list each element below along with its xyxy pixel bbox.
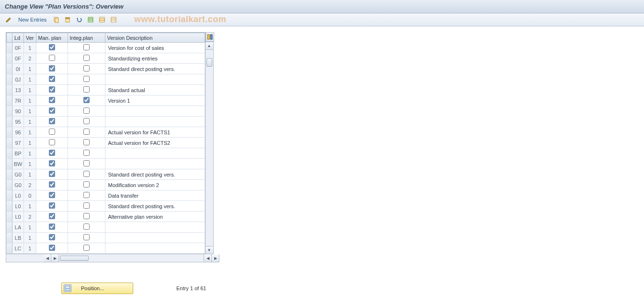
select-all-icon[interactable] xyxy=(86,15,95,24)
cell-integ-plan[interactable] xyxy=(68,148,105,159)
cell-description[interactable]: Alternative plan version xyxy=(105,212,205,222)
cell-ld[interactable]: 7R xyxy=(12,95,24,106)
cell-man-plan[interactable] xyxy=(36,53,68,64)
integ-plan-checkbox[interactable] xyxy=(83,55,90,61)
cell-ver[interactable]: 2 xyxy=(24,180,36,190)
row-selector[interactable] xyxy=(7,222,12,233)
row-selector-header[interactable] xyxy=(7,33,12,43)
cell-integ-plan[interactable] xyxy=(68,74,105,85)
cell-description[interactable]: Standard direct posting vers. xyxy=(105,64,205,74)
table-row[interactable]: G02Modification version 2 xyxy=(7,180,205,190)
man-plan-checkbox[interactable] xyxy=(49,213,55,219)
cell-ld[interactable]: 0I xyxy=(12,64,24,74)
cell-integ-plan[interactable] xyxy=(68,95,105,106)
horizontal-scrollbar[interactable]: ◀ ▶ ◀ ▶ xyxy=(6,254,219,262)
position-button[interactable]: Position... xyxy=(61,283,133,294)
column-header-ld[interactable]: Ld xyxy=(12,33,24,43)
man-plan-checkbox[interactable] xyxy=(49,97,55,103)
table-row[interactable]: 961Actual version for FACTS1 xyxy=(7,127,205,138)
row-selector[interactable] xyxy=(7,159,12,169)
integ-plan-checkbox[interactable] xyxy=(83,171,90,177)
cell-description[interactable] xyxy=(105,117,205,127)
row-selector[interactable] xyxy=(7,190,12,201)
column-header-integ-plan[interactable]: Integ.plan xyxy=(68,33,105,43)
cell-man-plan[interactable] xyxy=(36,85,68,95)
cell-man-plan[interactable] xyxy=(36,243,68,254)
cell-ver[interactable]: 1 xyxy=(24,43,36,53)
scroll-thumb-horizontal[interactable] xyxy=(60,256,89,261)
row-selector[interactable] xyxy=(7,201,12,212)
row-selector[interactable] xyxy=(7,53,12,64)
table-row[interactable]: BP1 xyxy=(7,148,205,159)
cell-integ-plan[interactable] xyxy=(68,117,105,127)
table-row[interactable]: 901 xyxy=(7,106,205,117)
cell-ver[interactable]: 1 xyxy=(24,201,36,212)
cell-integ-plan[interactable] xyxy=(68,159,105,169)
integ-plan-checkbox[interactable] xyxy=(83,65,90,71)
integ-plan-checkbox[interactable] xyxy=(83,97,90,103)
cell-ver[interactable]: 2 xyxy=(24,53,36,64)
cell-ld[interactable]: L0 xyxy=(12,212,24,222)
cell-ver[interactable]: 1 xyxy=(24,233,36,243)
cell-description[interactable] xyxy=(105,148,205,159)
cell-description[interactable]: Standard direct posting vers. xyxy=(105,201,205,212)
deselect-all-icon[interactable] xyxy=(109,15,118,24)
row-selector[interactable] xyxy=(7,233,12,243)
man-plan-checkbox[interactable] xyxy=(49,181,55,188)
cell-man-plan[interactable] xyxy=(36,159,68,169)
integ-plan-checkbox[interactable] xyxy=(83,86,90,93)
integ-plan-checkbox[interactable] xyxy=(83,245,90,251)
cell-man-plan[interactable] xyxy=(36,106,68,117)
man-plan-checkbox[interactable] xyxy=(49,118,55,124)
cell-integ-plan[interactable] xyxy=(68,201,105,212)
cell-man-plan[interactable] xyxy=(36,180,68,190)
integ-plan-checkbox[interactable] xyxy=(83,234,90,240)
cell-ld[interactable]: LB xyxy=(12,233,24,243)
table-row[interactable]: LB1 xyxy=(7,233,205,243)
cell-integ-plan[interactable] xyxy=(68,53,105,64)
cell-integ-plan[interactable] xyxy=(68,127,105,138)
cell-ld[interactable]: 97 xyxy=(12,138,24,148)
cell-man-plan[interactable] xyxy=(36,138,68,148)
row-selector[interactable] xyxy=(7,95,12,106)
cell-integ-plan[interactable] xyxy=(68,212,105,222)
row-selector[interactable] xyxy=(7,243,12,254)
cell-man-plan[interactable] xyxy=(36,117,68,127)
row-selector[interactable] xyxy=(7,117,12,127)
cell-description[interactable] xyxy=(105,222,205,233)
column-header-ver[interactable]: Ver xyxy=(24,33,36,43)
delete-icon[interactable] xyxy=(63,15,72,24)
table-row[interactable]: LC1 xyxy=(7,243,205,254)
scroll-right-icon[interactable]: ▶ xyxy=(211,254,219,262)
integ-plan-checkbox[interactable] xyxy=(83,160,90,166)
table-row[interactable]: L02Alternative plan version xyxy=(7,212,205,222)
cell-ver[interactable]: 1 xyxy=(24,117,36,127)
cell-description[interactable]: Version 1 xyxy=(105,95,205,106)
cell-ld[interactable]: G0 xyxy=(12,180,24,190)
integ-plan-checkbox[interactable] xyxy=(83,202,90,209)
integ-plan-checkbox[interactable] xyxy=(83,44,90,50)
table-row[interactable]: 951 xyxy=(7,117,205,127)
man-plan-checkbox[interactable] xyxy=(49,86,55,93)
column-header-description[interactable]: Version Description xyxy=(105,33,205,43)
cell-ld[interactable]: L0 xyxy=(12,201,24,212)
table-row[interactable]: 0F2Standardizing entries xyxy=(7,53,205,64)
cell-description[interactable]: Data transfer xyxy=(105,190,205,201)
column-header-man-plan[interactable]: Man. plan xyxy=(36,33,68,43)
table-row[interactable]: L01Standard direct posting vers. xyxy=(7,201,205,212)
cell-ver[interactable]: 0 xyxy=(24,190,36,201)
cell-ld[interactable]: 0J xyxy=(12,74,24,85)
cell-man-plan[interactable] xyxy=(36,148,68,159)
cell-ver[interactable]: 1 xyxy=(24,74,36,85)
cell-ver[interactable]: 1 xyxy=(24,127,36,138)
cell-ld[interactable]: L0 xyxy=(12,190,24,201)
cell-description[interactable] xyxy=(105,106,205,117)
toggle-display-change-icon[interactable] xyxy=(4,15,13,24)
row-selector[interactable] xyxy=(7,74,12,85)
row-selector[interactable] xyxy=(7,64,12,74)
man-plan-checkbox[interactable] xyxy=(49,65,55,71)
cell-description[interactable] xyxy=(105,74,205,85)
cell-man-plan[interactable] xyxy=(36,74,68,85)
cell-ld[interactable]: 96 xyxy=(12,127,24,138)
copy-as-icon[interactable] xyxy=(51,15,61,24)
